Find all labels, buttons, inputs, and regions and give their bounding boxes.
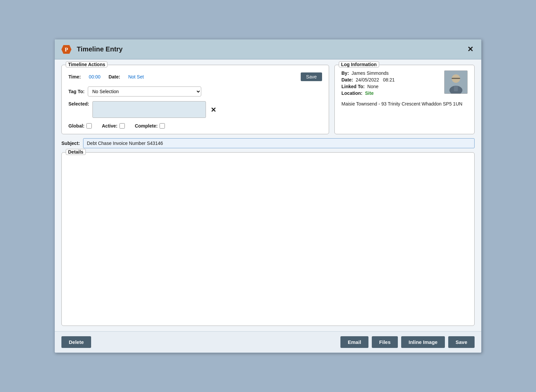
active-checkbox[interactable] (119, 123, 125, 129)
avatar (444, 70, 468, 94)
save-button[interactable]: Save (448, 336, 475, 348)
log-information-label: Log Information (339, 61, 379, 67)
log-by-value: James Simmonds (351, 70, 388, 76)
email-button[interactable]: Email (340, 336, 368, 348)
active-checkbox-item: Active: (102, 123, 125, 129)
avatar-image (445, 71, 467, 93)
svg-rect-4 (452, 78, 460, 79)
log-by-label: By: (341, 70, 349, 76)
footer-right: Email Files Inline Image Save (340, 336, 475, 348)
log-date-value: 24/05/2022 (356, 77, 379, 82)
timeline-actions-label: Timeline Actions (66, 61, 107, 67)
log-information-panel: Log Information By: James Simmonds Date:… (334, 65, 475, 134)
log-linked: Linked To: None (341, 84, 440, 89)
timeline-entry-dialog: P Timeline Entry ✕ Timeline Actions Time… (54, 39, 482, 353)
time-label: Time: (68, 74, 81, 79)
tag-to-row: Tag To: No Selection (68, 86, 322, 96)
timeline-actions-panel: Timeline Actions Time: 00:00 Date: Not S… (61, 65, 329, 134)
log-date: Date: 24/05/2022 08:21 (341, 77, 440, 82)
files-button[interactable]: Files (372, 336, 398, 348)
selected-input[interactable] (92, 101, 206, 118)
footer-left: Delete (61, 336, 91, 348)
global-checkbox[interactable] (86, 123, 92, 129)
log-location-value: Site (365, 90, 374, 96)
global-label: Global: (68, 123, 84, 129)
log-address: Maisie Townsend - 93 Trinity Crescent Wh… (341, 101, 468, 107)
date-label: Date: (108, 74, 120, 79)
time-date-row: Time: 00:00 Date: Not Set Save (68, 72, 322, 81)
log-by: By: James Simmonds (341, 70, 440, 76)
log-date-label: Date: (341, 77, 353, 82)
dialog-footer: Delete Email Files Inline Image Save (55, 331, 481, 353)
header-left: P Timeline Entry (60, 43, 122, 56)
clear-selected-button[interactable]: ✕ (209, 105, 218, 115)
details-textarea[interactable] (62, 153, 474, 273)
dialog-body: Timeline Actions Time: 00:00 Date: Not S… (55, 59, 481, 331)
top-row: Timeline Actions Time: 00:00 Date: Not S… (61, 65, 475, 134)
tag-to-select[interactable]: No Selection (88, 86, 201, 96)
checkboxes-row: Global: Active: Complete: (68, 123, 322, 129)
tag-to-label: Tag To: (68, 89, 84, 94)
subject-input[interactable] (83, 138, 475, 148)
log-location-label: Location: (341, 90, 362, 96)
close-button[interactable]: ✕ (465, 44, 476, 54)
complete-label: Complete: (135, 123, 158, 129)
details-panel: Details (61, 152, 475, 326)
selected-row: Selected: ✕ (68, 101, 322, 118)
log-linked-value: None (367, 84, 378, 89)
details-panel-label: Details (66, 149, 86, 155)
subject-label: Subject: (61, 141, 80, 146)
dialog-header: P Timeline Entry ✕ (55, 39, 481, 59)
svg-rect-6 (454, 86, 458, 91)
active-label: Active: (102, 123, 117, 129)
inline-image-button[interactable]: Inline Image (401, 336, 445, 348)
log-linked-label: Linked To: (341, 84, 365, 89)
subject-row: Subject: (61, 138, 475, 148)
dialog-title: Timeline Entry (77, 45, 122, 53)
complete-checkbox[interactable] (160, 123, 165, 129)
selected-label: Selected: (68, 101, 89, 107)
global-checkbox-item: Global: (68, 123, 92, 129)
complete-checkbox-item: Complete: (135, 123, 165, 129)
top-save-button[interactable]: Save (301, 72, 322, 81)
app-logo-icon: P (60, 43, 73, 56)
time-value[interactable]: 00:00 (89, 74, 100, 79)
log-text: By: James Simmonds Date: 24/05/2022 08:2… (341, 70, 440, 97)
avatar-svg (445, 70, 467, 94)
log-time-value: 08:21 (383, 77, 395, 82)
delete-button[interactable]: Delete (61, 336, 91, 348)
log-location: Location: Site (341, 90, 440, 96)
svg-text:P: P (65, 47, 68, 52)
date-value[interactable]: Not Set (128, 74, 144, 79)
log-content: By: James Simmonds Date: 24/05/2022 08:2… (341, 70, 468, 97)
